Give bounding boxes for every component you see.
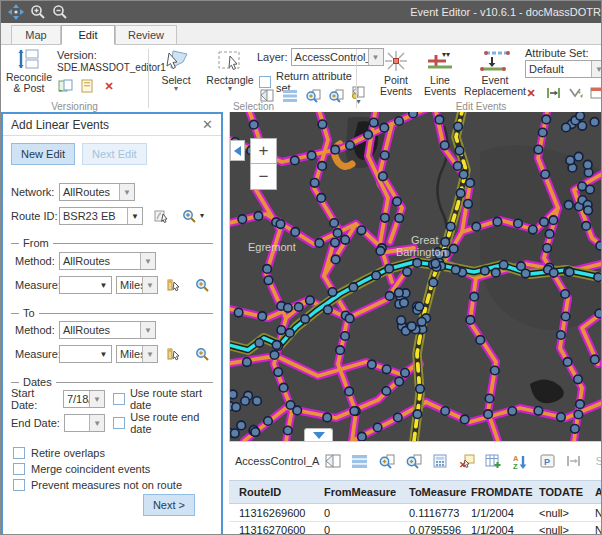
zoom-in-icon[interactable] bbox=[29, 3, 47, 21]
from-measure-value bbox=[60, 277, 96, 293]
grid-measure-range-icon[interactable] bbox=[565, 452, 583, 470]
grid-calculate-icon[interactable] bbox=[431, 452, 449, 470]
attribute-set-combo[interactable]: Default ▼ bbox=[525, 60, 602, 78]
grid-select-icon[interactable] bbox=[324, 452, 342, 470]
from-method-caret[interactable]: ▼ bbox=[140, 253, 155, 269]
end-date-label: End Date: bbox=[11, 417, 64, 429]
new-version-icon[interactable] bbox=[79, 78, 95, 94]
col-fromdate[interactable]: FROMDATE bbox=[466, 481, 534, 503]
start-date-combo[interactable]: 7/18/ ▼ bbox=[63, 390, 105, 408]
col-tomeasure[interactable]: ToMeasure bbox=[404, 481, 466, 503]
col-frommeasure[interactable]: FromMeasure bbox=[319, 481, 404, 503]
zoom-to-route-icon[interactable] bbox=[181, 208, 197, 224]
from-units-caret[interactable]: ▼ bbox=[142, 277, 157, 293]
attribute-set-value: Default bbox=[526, 61, 591, 77]
retire-overlaps-checkbox[interactable] bbox=[13, 447, 25, 459]
from-units-value: Miles bbox=[117, 277, 142, 293]
point-events-button[interactable]: Point Events bbox=[375, 49, 417, 97]
line-events-icon: ▾▾ bbox=[425, 49, 455, 75]
use-route-start-checkbox[interactable] bbox=[113, 393, 125, 405]
delete-version-icon[interactable]: ✕ bbox=[101, 78, 117, 94]
start-date-caret[interactable]: ▼ bbox=[89, 391, 104, 407]
event-replacement-button[interactable]: Event Replacement bbox=[463, 49, 527, 97]
close-icon[interactable]: ✕ bbox=[202, 117, 213, 132]
next-edit-button[interactable]: Next Edit bbox=[82, 143, 147, 165]
to-section-label: To bbox=[23, 307, 35, 319]
route-id-caret[interactable]: ▼ bbox=[127, 208, 142, 224]
rectangle-button[interactable]: Rectangle ▾ bbox=[203, 49, 257, 92]
end-date-combo[interactable]: ▼ bbox=[64, 414, 105, 432]
grid-layer-name: AccessControl_A bbox=[235, 455, 315, 467]
col-routeid[interactable]: RouteID bbox=[234, 481, 319, 503]
tab-map[interactable]: Map bbox=[11, 25, 61, 45]
layer-label: Layer: bbox=[257, 51, 288, 63]
ribbon-body: Reconcile & Post Version: SDE.MASSDOT_ed… bbox=[1, 44, 602, 112]
to-method-combo[interactable]: AllRoutes ▼ bbox=[59, 321, 156, 339]
map-zoom-in-button[interactable]: + bbox=[250, 138, 277, 164]
to-measure-combo[interactable]: ▼ bbox=[59, 345, 112, 363]
grid-pan-to-icon[interactable] bbox=[404, 452, 422, 470]
snap-event-icon[interactable] bbox=[567, 85, 583, 101]
tab-review[interactable]: Review bbox=[115, 25, 177, 45]
grid-attributes-window-icon[interactable]: P bbox=[538, 452, 556, 470]
select-dropdown-caret[interactable]: ▾ bbox=[174, 86, 178, 92]
col-todate[interactable]: TODATE bbox=[534, 481, 590, 503]
table-row[interactable]: 11316270600 0 0.0795596 1/1/2004 <null> … bbox=[229, 522, 602, 535]
grid-sort-icon[interactable]: AZ bbox=[511, 452, 529, 470]
prevent-measures-checkbox[interactable] bbox=[13, 479, 25, 491]
tab-edit[interactable]: Edit bbox=[61, 25, 115, 45]
col-accesscontrol[interactable]: AC bbox=[590, 481, 602, 503]
network-caret[interactable]: ▼ bbox=[119, 184, 134, 200]
network-combo[interactable]: AllRoutes ▼ bbox=[59, 183, 135, 201]
grid-save-button[interactable]: S bbox=[596, 455, 602, 467]
from-method-combo[interactable]: AllRoutes ▼ bbox=[59, 252, 156, 270]
map-canvas[interactable]: Egremont Great Barrington + − bbox=[229, 112, 602, 441]
collapse-table-button[interactable] bbox=[304, 428, 333, 441]
group-separator bbox=[148, 49, 149, 108]
event-attributes-window-icon[interactable] bbox=[589, 85, 602, 101]
to-method-caret[interactable]: ▼ bbox=[140, 322, 155, 338]
pan-icon[interactable] bbox=[7, 3, 25, 21]
grid-clear-selection-icon[interactable]: ✕ bbox=[458, 452, 476, 470]
to-zoom-measure-icon[interactable] bbox=[194, 346, 210, 362]
new-edit-button[interactable]: New Edit bbox=[11, 143, 75, 165]
line-events-button[interactable]: ▾▾ Line Events bbox=[419, 49, 461, 97]
cell-accesscontrol: N bbox=[590, 505, 602, 521]
to-pick-measure-icon[interactable] bbox=[166, 346, 182, 362]
from-zoom-measure-icon[interactable] bbox=[194, 277, 210, 293]
reconcile-post-button[interactable]: Reconcile & Post bbox=[5, 48, 53, 94]
route-id-combo[interactable]: BSR23 EB ▼ bbox=[59, 207, 143, 225]
cell-frommeasure: 0 bbox=[319, 522, 404, 535]
grid-list-icon[interactable] bbox=[351, 452, 369, 470]
from-units-combo[interactable]: Miles ▼ bbox=[116, 276, 158, 294]
select-button[interactable]: Select ▾ bbox=[155, 49, 197, 92]
select-route-on-map-icon[interactable] bbox=[153, 208, 169, 224]
use-route-start-label: Use route start date bbox=[130, 387, 221, 411]
event-replacement-label: Event Replacement bbox=[463, 75, 527, 97]
zoom-out-icon[interactable] bbox=[51, 3, 69, 21]
to-units-combo[interactable]: Miles ▼ bbox=[116, 345, 158, 363]
collapse-panel-left-button[interactable] bbox=[230, 140, 245, 161]
from-measure-caret[interactable]: ▼ bbox=[96, 277, 111, 293]
grid-add-record-icon[interactable] bbox=[485, 452, 503, 470]
end-date-caret[interactable]: ▼ bbox=[89, 415, 104, 431]
from-measure-combo[interactable]: ▼ bbox=[59, 276, 112, 294]
merge-coincident-checkbox[interactable] bbox=[13, 463, 25, 475]
group-edit-events: Point Events ▾▾ Line Events bbox=[359, 45, 602, 113]
from-pick-measure-icon[interactable] bbox=[166, 277, 182, 293]
edit-events-group-label: Edit Events bbox=[359, 101, 602, 112]
merge-events-icon[interactable] bbox=[545, 85, 561, 101]
zoom-to-route-caret[interactable]: ▾ bbox=[200, 213, 204, 219]
to-units-caret[interactable]: ▼ bbox=[142, 346, 157, 362]
grid-zoom-to-icon[interactable] bbox=[378, 452, 396, 470]
table-row[interactable]: 11316269600 0 0.1116773 1/1/2004 <null> … bbox=[229, 505, 602, 522]
split-event-icon[interactable]: ✕ bbox=[523, 85, 539, 101]
map-zoom-out-button[interactable]: − bbox=[250, 164, 277, 190]
start-date-value: 7/18/ bbox=[64, 391, 89, 407]
change-version-icon[interactable] bbox=[57, 78, 73, 94]
rectangle-dropdown-caret[interactable]: ▾ bbox=[228, 86, 232, 92]
next-button[interactable]: Next > bbox=[143, 494, 195, 516]
use-route-end-checkbox[interactable] bbox=[113, 417, 125, 429]
to-measure-caret[interactable]: ▼ bbox=[96, 346, 111, 362]
attribute-set-caret[interactable]: ▼ bbox=[591, 61, 602, 77]
